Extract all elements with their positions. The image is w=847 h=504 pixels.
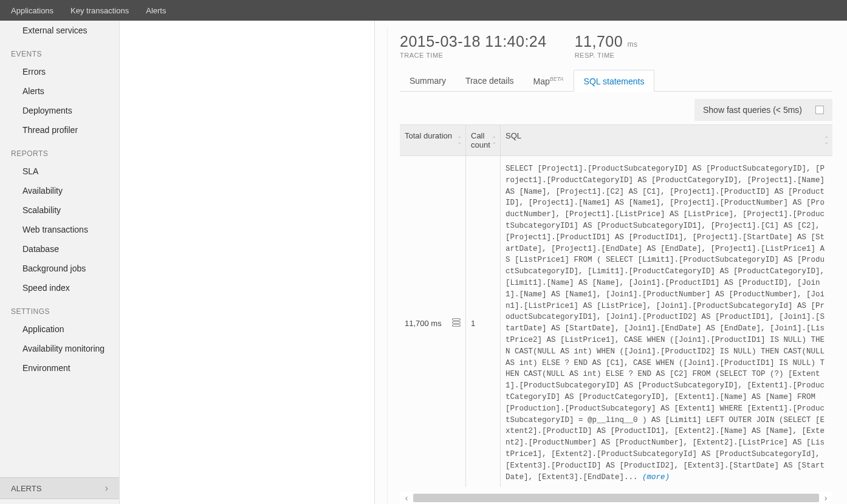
sidebar-item-thread-profiler[interactable]: Thread profiler	[0, 120, 119, 140]
sidebar-section-reports: REPORTS	[0, 140, 119, 162]
middle-column	[120, 21, 375, 504]
horizontal-scrollbar[interactable]: ‹ ›	[400, 492, 832, 504]
duration-value: 11,700 ms	[405, 319, 442, 328]
sidebar-item-web-transactions[interactable]: Web transactions	[0, 220, 119, 239]
nav-key-transactions[interactable]: Key transactions	[70, 6, 129, 15]
sidebar-item-application[interactable]: Application	[0, 319, 119, 339]
more-link[interactable]: (more)	[642, 473, 670, 482]
nav-alerts[interactable]: Alerts	[146, 6, 166, 15]
chevron-right-icon	[105, 483, 108, 494]
resp-time-unit: ms	[628, 40, 638, 49]
detail-header: 2015-03-18 11:40:24 TRACE TIME 11,700 ms…	[400, 27, 832, 59]
sidebar-item-availability[interactable]: Availability	[0, 181, 119, 200]
sort-icon	[824, 137, 829, 144]
sidebar-item-background-jobs[interactable]: Background jobs	[0, 259, 119, 278]
sidebar-section-settings: SETTINGS	[0, 298, 119, 319]
sidebar-item-sla[interactable]: SLA	[0, 162, 119, 181]
sidebar: External services EVENTS Errors Alerts D…	[0, 21, 120, 504]
fast-queries-label: Show fast queries (< 5ms)	[703, 105, 802, 115]
scroll-right-icon[interactable]: ›	[819, 493, 832, 503]
sidebar-item-alerts[interactable]: Alerts	[0, 81, 119, 101]
fast-queries-bar: Show fast queries (< 5ms)	[400, 92, 832, 124]
resp-time-stat: 11,700 ms RESP. TIME	[575, 33, 638, 59]
trace-time-stat: 2015-03-18 11:40:24 TRACE TIME	[400, 33, 547, 59]
sidebar-item-scalability[interactable]: Scalability	[0, 200, 119, 220]
table-header: Total duration Call count SQL	[400, 124, 832, 156]
tab-trace-details[interactable]: Trace details	[456, 70, 524, 91]
table-row[interactable]: 11,700 ms 1 SELECT [Project1].[ProductSu…	[400, 156, 832, 487]
scroll-track[interactable]	[413, 494, 819, 502]
cell-duration: 11,700 ms	[400, 156, 465, 487]
sidebar-item-database[interactable]: Database	[0, 239, 119, 259]
col-sql[interactable]: SQL	[501, 125, 832, 155]
beta-badge: BETA	[550, 76, 564, 82]
col-total-duration[interactable]: Total duration	[400, 125, 465, 155]
sql-table: Total duration Call count SQL 11,700 ms …	[400, 124, 832, 504]
sidebar-item-availability-monitoring[interactable]: Availability monitoring	[0, 339, 119, 358]
nav-applications[interactable]: Applications	[11, 6, 53, 15]
sidebar-item-speed-index[interactable]: Speed index	[0, 278, 119, 298]
sort-icon	[492, 137, 496, 144]
trace-time-value: 2015-03-18 11:40:24	[400, 33, 547, 50]
table-body: 11,700 ms 1 SELECT [Project1].[ProductSu…	[400, 156, 832, 487]
detail-panel: 2015-03-18 11:40:24 TRACE TIME 11,700 ms…	[375, 21, 847, 504]
page-body: External services EVENTS Errors Alerts D…	[0, 21, 847, 504]
sidebar-alerts-footer[interactable]: ALERTS	[0, 477, 119, 499]
sidebar-section-events: EVENTS	[0, 40, 119, 62]
detail-tabs: Summary Trace details MapBETA SQL statem…	[400, 70, 832, 92]
sort-icon	[457, 137, 462, 144]
resp-time-value: 11,700 ms	[575, 33, 638, 50]
sidebar-item-external-services[interactable]: External services	[0, 21, 119, 40]
tab-sql-statements[interactable]: SQL statements	[574, 70, 655, 92]
scroll-left-icon[interactable]: ‹	[400, 493, 413, 503]
sql-text: SELECT [Project1].[ProductSubcategoryID]…	[506, 165, 825, 482]
sidebar-item-errors[interactable]: Errors	[0, 62, 119, 81]
col-call-count[interactable]: Call count	[465, 125, 501, 155]
fast-queries-toggle[interactable]: Show fast queries (< 5ms)	[694, 99, 832, 121]
cell-call-count: 1	[465, 156, 501, 487]
sidebar-alerts-footer-label: ALERTS	[11, 484, 41, 493]
resp-time-label: RESP. TIME	[575, 52, 638, 59]
sidebar-item-deployments[interactable]: Deployments	[0, 101, 119, 120]
sidebar-item-environment[interactable]: Environment	[0, 358, 119, 378]
top-nav: Applications Key transactions Alerts	[0, 0, 847, 21]
tab-map[interactable]: MapBETA	[524, 70, 574, 91]
sidebar-scroll[interactable]: External services EVENTS Errors Alerts D…	[0, 21, 119, 504]
database-icon[interactable]	[452, 318, 461, 328]
detail-inner: 2015-03-18 11:40:24 TRACE TIME 11,700 ms…	[387, 27, 832, 504]
tab-summary[interactable]: Summary	[400, 70, 456, 91]
fast-queries-checkbox[interactable]	[815, 106, 824, 114]
cell-sql: SELECT [Project1].[ProductSubcategoryID]…	[501, 156, 832, 487]
trace-time-label: TRACE TIME	[400, 52, 547, 59]
